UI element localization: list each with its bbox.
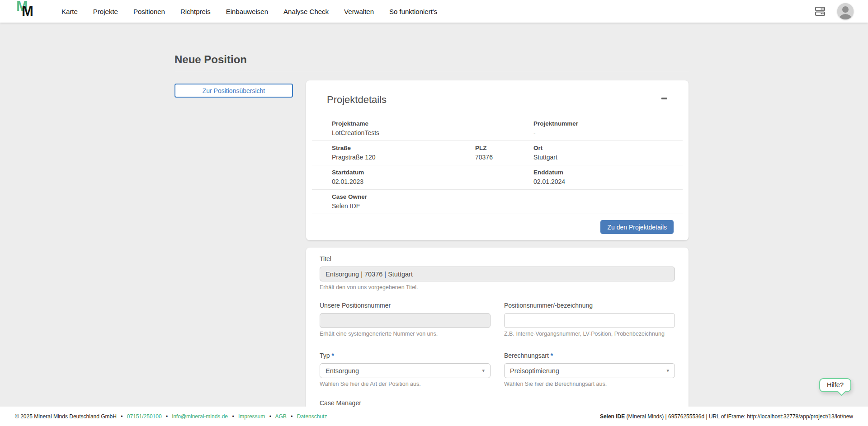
field-value: Pragstraße 120: [332, 154, 475, 161]
field-label: Projektname: [332, 120, 533, 127]
top-nav-bar: M M Karte Projekte Positionen Richtpreis…: [0, 0, 868, 23]
titel-helper: Erhält den von uns vorgegebenen Titel.: [320, 284, 675, 291]
footer: © 2025 Mineral Minds Deutschland GmbH • …: [0, 407, 868, 426]
datenschutz-link[interactable]: Datenschutz: [297, 413, 327, 420]
required-asterisk: *: [551, 352, 553, 359]
nav-item-positionen[interactable]: Positionen: [133, 8, 165, 15]
typ-helper: Wählen Sie hier die Art der Position aus…: [320, 381, 491, 388]
field-value: Selen IDE: [332, 202, 533, 210]
table-row: Startdatum 02.01.2023 Enddatum 02.01.202…: [312, 165, 683, 190]
field-value: 02.01.2024: [533, 178, 683, 186]
chevron-down-icon: ▾: [482, 368, 485, 374]
project-details-title: Projektdetails: [327, 94, 387, 106]
nav-item-so-funktionierts[interactable]: So funktioniert's: [389, 8, 437, 15]
chevron-down-icon: ▾: [666, 368, 669, 374]
titel-field-group: Titel Erhält den von uns vorgegebenen Ti…: [320, 255, 675, 291]
field-value: 70376: [475, 154, 533, 161]
case-manager-label: Case Manager: [320, 399, 491, 407]
nav-item-verwalten[interactable]: Verwalten: [344, 8, 374, 15]
go-to-project-details-button[interactable]: Zu den Projektdetails: [600, 220, 674, 234]
help-button[interactable]: Hilfe?: [819, 378, 851, 392]
logo-black-m: M: [22, 4, 33, 18]
separator-dot: •: [232, 413, 234, 420]
copyright-text: © 2025 Mineral Minds Deutschland GmbH: [15, 413, 117, 420]
field-value: 02.01.2023: [332, 178, 533, 186]
typ-label: Typ*: [320, 352, 491, 360]
typ-select-value: Entsorgung: [326, 367, 359, 375]
berechnungsart-helper: Wählen Sie hier die Berechnungsart aus.: [504, 381, 675, 388]
berechnungsart-label: Berechnungsart*: [504, 352, 675, 360]
typ-select[interactable]: Entsorgung ▾: [320, 363, 491, 378]
main-content: Neue Position Zur Positionsübersicht Pro…: [175, 53, 689, 426]
agb-link[interactable]: AGB: [275, 413, 287, 420]
separator-dot: •: [121, 413, 123, 420]
avatar-head-icon: [842, 6, 849, 13]
field-value: Stuttgart: [533, 154, 683, 161]
titel-label: Titel: [320, 255, 675, 263]
separator-dot: •: [291, 413, 292, 420]
speech-bubble-tail: [837, 388, 845, 396]
unsere-positionsnummer-input: [320, 313, 491, 328]
unsere-positionsnummer-label: Unsere Positionsnummer: [320, 302, 491, 309]
titel-input: [320, 267, 675, 281]
page-title: Neue Position: [175, 53, 689, 66]
position-overview-button[interactable]: Zur Positionsübersicht: [175, 84, 293, 98]
unsere-positionsnummer-helper: Erhält eine systemgenerierte Nummer von …: [320, 331, 491, 337]
field-label: Startdatum: [332, 169, 533, 176]
berechnungsart-select-value: Preisoptimierung: [510, 367, 559, 375]
server-stack-icon[interactable]: [814, 5, 826, 18]
mineral-minds-logo[interactable]: M M: [14, 0, 40, 23]
positionsnummer-field-group: Positionsnummer/-bezeichnung Z.B. Intern…: [504, 302, 675, 337]
field-label: Straße: [332, 145, 475, 152]
new-position-form-card: Titel Erhält den von uns vorgegebenen Ti…: [306, 248, 689, 426]
positionsnummer-input[interactable]: [504, 313, 675, 328]
footer-left: © 2025 Mineral Minds Deutschland GmbH • …: [15, 413, 327, 420]
user-avatar[interactable]: [837, 3, 854, 19]
positionsnummer-helper: Z.B. Interne-Vorgangsnummer, LV-Position…: [504, 331, 675, 337]
field-value: -: [533, 129, 683, 137]
impressum-link[interactable]: Impressum: [238, 413, 265, 420]
unsere-positionsnummer-field-group: Unsere Positionsnummer Erhält eine syste…: [320, 302, 491, 337]
nav-item-projekte[interactable]: Projekte: [93, 8, 118, 15]
right-column: Projektdetails Projektname LotCreationTe…: [306, 72, 689, 426]
positionsnummer-label: Positionsnummer/-bezeichnung: [504, 302, 675, 309]
typ-field-group: Typ* Entsorgung ▾ Wählen Sie hier die Ar…: [320, 352, 491, 388]
main-nav: Karte Projekte Positionen Richtpreis Ein…: [61, 8, 437, 15]
project-details-card: Projektdetails Projektname LotCreationTe…: [306, 80, 689, 240]
email-link[interactable]: info@mineral-minds.de: [172, 413, 228, 420]
separator-dot: •: [166, 413, 168, 420]
field-label: Projektnummer: [533, 120, 683, 127]
berechnungsart-select[interactable]: Preisoptimierung ▾: [504, 363, 675, 378]
collapse-button[interactable]: [660, 94, 668, 103]
field-label: Ort: [533, 145, 683, 152]
field-label: Enddatum: [533, 169, 683, 176]
field-label: Case Owner: [332, 193, 533, 201]
session-user: Selen IDE: [600, 413, 625, 420]
table-row: Straße Pragstraße 120 PLZ 70376 Ort Stut…: [312, 141, 683, 165]
header-actions: [814, 3, 854, 19]
footer-session-info: Selen IDE (Mineral Minds) | 69576255536d…: [600, 413, 853, 420]
phone-link[interactable]: 07151/250100: [127, 413, 162, 420]
required-asterisk: *: [332, 352, 334, 359]
field-label: PLZ: [475, 145, 533, 152]
nav-item-karte[interactable]: Karte: [61, 8, 78, 15]
nav-item-richtpreis[interactable]: Richtpreis: [180, 8, 211, 15]
field-value: LotCreationTests: [332, 129, 533, 137]
project-details-table: Projektname LotCreationTests Projektnumm…: [312, 117, 683, 214]
nav-item-analyse-check[interactable]: Analyse Check: [283, 8, 329, 15]
left-column: Zur Positionsübersicht: [175, 72, 293, 98]
table-row: Projektname LotCreationTests Projektnumm…: [312, 117, 683, 141]
berechnungsart-field-group: Berechnungsart* Preisoptimierung ▾ Wähle…: [504, 352, 675, 388]
table-row: Case Owner Selen IDE: [312, 190, 683, 214]
minus-icon: [661, 98, 667, 99]
nav-item-einbauweisen[interactable]: Einbauweisen: [226, 8, 268, 15]
separator-dot: •: [269, 413, 271, 420]
session-details: (Mineral Minds) | 69576255536d | URL of …: [625, 413, 853, 420]
avatar-body-icon: [840, 14, 851, 19]
